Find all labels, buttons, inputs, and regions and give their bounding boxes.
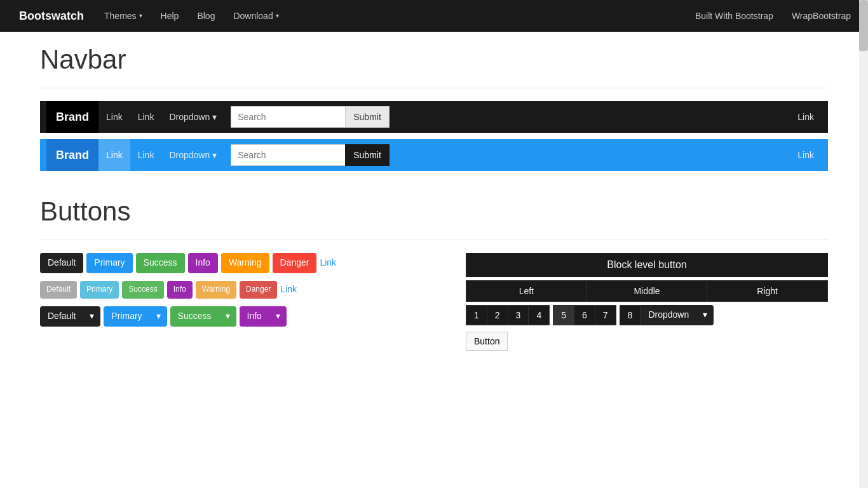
help-menu[interactable]: Help [153, 0, 187, 32]
blue-nav-submit-button[interactable]: Submit [345, 144, 390, 166]
btn-right[interactable]: Right [707, 280, 828, 302]
btn-link-2[interactable]: Link [280, 280, 297, 300]
btn-middle[interactable]: Middle [587, 280, 708, 302]
btn-split-primary-caret[interactable]: ▾ [150, 306, 167, 327]
btn-num-1[interactable]: 1 [466, 305, 487, 325]
dark-nav-link-2[interactable]: Link [130, 101, 162, 133]
btn-dropdown-caret[interactable]: ▾ [696, 305, 714, 325]
wrap-bootstrap[interactable]: WrapBootstrap [784, 0, 858, 32]
btn-default-sm[interactable]: Default [40, 281, 77, 298]
block-level-button[interactable]: Block level button [466, 253, 828, 277]
btn-warning-sm[interactable]: Warning [196, 281, 236, 298]
buttons-row-1: Default Primary Success Info Warning Dan… [40, 253, 447, 273]
btn-link-1[interactable]: Link [320, 253, 336, 273]
btn-group-lmr: Left Middle Right [466, 280, 828, 302]
themes-chevron-icon: ▾ [139, 0, 142, 32]
btn-split-info-main[interactable]: Info [240, 306, 269, 327]
buttons-left-col: Default Primary Success Info Warning Dan… [40, 253, 447, 351]
btn-split-primary-main[interactable]: Primary [104, 306, 149, 327]
btn-split-success-main[interactable]: Success [170, 306, 219, 327]
dark-nav-dropdown[interactable]: Dropdown ▾ [161, 101, 224, 133]
demo-navbar-blue: Brand Link Link Dropdown ▾ Submit Link [40, 139, 828, 171]
btn-split-success-caret[interactable]: ▾ [219, 306, 236, 327]
blue-nav-brand[interactable]: Brand [46, 139, 98, 171]
btn-dropdown-num: Dropdown ▾ [641, 305, 714, 325]
buttons-right-col: Block level button Left Middle Right 1 2… [466, 253, 828, 351]
dark-nav-submit-button[interactable]: Submit [345, 106, 390, 128]
top-nav-right: Built With Bootstrap WrapBootstrap [688, 0, 858, 32]
btn-num-4[interactable]: 4 [529, 305, 550, 325]
btn-success-1[interactable]: Success [136, 253, 185, 273]
dark-nav-link-1[interactable]: Link [98, 101, 130, 133]
btn-num-2[interactable]: 2 [487, 305, 508, 325]
plain-button[interactable]: Button [466, 332, 508, 351]
btn-split-primary: Primary ▾ [104, 306, 166, 327]
btn-default-1[interactable]: Default [40, 253, 83, 273]
buttons-section: Buttons Default Primary Success Info War… [40, 196, 828, 351]
btn-split-default-caret[interactable]: ▾ [83, 306, 100, 327]
btn-left[interactable]: Left [466, 280, 587, 302]
top-brand[interactable]: Bootswatch [10, 0, 93, 32]
btn-split-default: Default ▾ [40, 306, 100, 327]
btn-primary-sm[interactable]: Primary [80, 281, 119, 298]
btn-num-3[interactable]: 3 [508, 305, 529, 325]
btn-danger-1[interactable]: Danger [273, 253, 317, 273]
btn-info-sm[interactable]: Info [167, 281, 193, 298]
themes-menu[interactable]: Themes ▾ [97, 0, 150, 32]
btn-num-8[interactable]: 8 [620, 305, 641, 325]
buttons-two-col: Default Primary Success Info Warning Dan… [40, 253, 828, 351]
top-navigation: Bootswatch Themes ▾ Help Blog Download ▾… [0, 0, 868, 32]
btn-info-1[interactable]: Info [188, 253, 218, 273]
buttons-section-title: Buttons [40, 196, 828, 227]
btn-warning-1[interactable]: Warning [221, 253, 269, 273]
btn-split-info-caret[interactable]: ▾ [269, 306, 287, 327]
btn-split-info: Info ▾ [240, 306, 287, 327]
blue-nav-search-input[interactable] [231, 144, 345, 166]
btn-num-7[interactable]: 7 [595, 305, 616, 325]
blue-nav-link-1[interactable]: Link [98, 139, 130, 171]
btn-split-success: Success ▾ [170, 306, 236, 327]
top-nav-left: Bootswatch Themes ▾ Help Blog Download ▾ [10, 0, 287, 32]
buttons-row-2: Default Primary Success Info Warning Dan… [40, 280, 447, 300]
btn-num-6[interactable]: 6 [574, 305, 595, 325]
navbar-section-title: Navbar [40, 44, 828, 75]
dark-nav-dropdown-icon: ▾ [212, 101, 217, 133]
btn-dropdown-label[interactable]: Dropdown [641, 305, 696, 325]
navbar-divider [40, 88, 828, 88]
btn-split-default-main[interactable]: Default [40, 306, 83, 327]
dark-nav-search-input[interactable] [231, 106, 345, 128]
download-chevron-icon: ▾ [276, 0, 279, 32]
blue-nav-dropdown-icon: ▾ [212, 139, 217, 171]
dark-nav-search: Submit [231, 106, 390, 128]
blue-nav-link-2[interactable]: Link [130, 139, 162, 171]
demo-navbar-dark: Brand Link Link Dropdown ▾ Submit Link [40, 101, 828, 133]
btn-num-5[interactable]: 5 [553, 305, 574, 325]
buttons-row-3: Default ▾ Primary ▾ Success ▾ Info ▾ [40, 306, 447, 327]
btn-number-row: 1 2 3 4 5 6 7 8 Dropdown ▾ [466, 305, 828, 325]
btn-primary-1[interactable]: Primary [86, 253, 132, 273]
blue-nav-search: Submit [231, 144, 390, 166]
buttons-divider [40, 240, 828, 240]
download-menu[interactable]: Download ▾ [226, 0, 286, 32]
dark-nav-right-link[interactable]: Link [790, 101, 822, 133]
dark-nav-brand[interactable]: Brand [46, 101, 98, 133]
main-content: Navbar Brand Link Link Dropdown ▾ Submit… [27, 32, 841, 363]
scrollbar[interactable] [859, 0, 868, 363]
blue-nav-right-link[interactable]: Link [790, 139, 822, 171]
built-with-bootstrap[interactable]: Built With Bootstrap [688, 0, 781, 32]
blue-nav-dropdown[interactable]: Dropdown ▾ [161, 139, 224, 171]
scrollbar-thumb[interactable] [859, 0, 868, 51]
blog-menu[interactable]: Blog [189, 0, 222, 32]
btn-success-sm[interactable]: Success [122, 281, 163, 298]
btn-danger-sm[interactable]: Danger [240, 281, 277, 298]
